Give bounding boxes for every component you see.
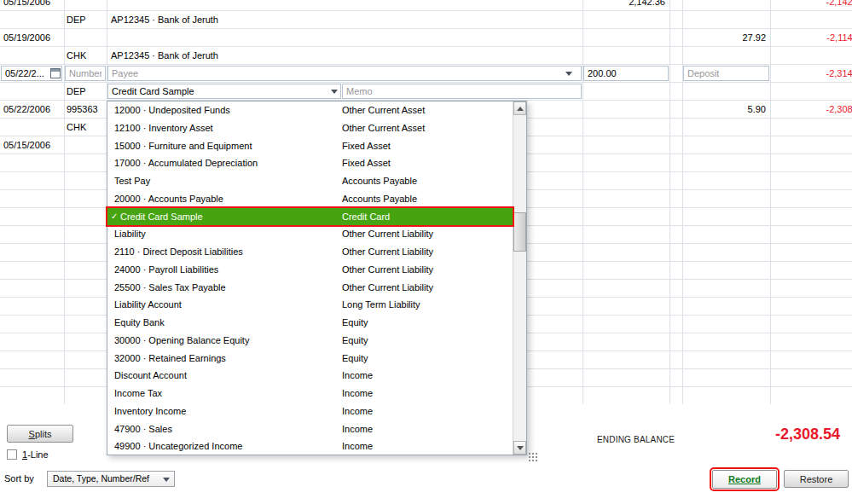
payee-cell bbox=[107, 65, 582, 83]
account-type: Other Current Liability bbox=[342, 261, 433, 279]
dropdown-item[interactable]: 20000 · Accounts Payable Accounts Payabl… bbox=[107, 190, 513, 208]
account-name: Income Tax bbox=[114, 385, 162, 403]
dropdown-item-selected[interactable]: ✓ Credit Card Sample Credit Card bbox=[107, 208, 513, 226]
account-name: 12100 · Inventory Asset bbox=[114, 119, 213, 137]
chevron-down-icon[interactable] bbox=[565, 72, 572, 76]
dropdown-item[interactable]: Liability Account Long Term Liability bbox=[107, 296, 513, 314]
scrollbar[interactable] bbox=[513, 101, 526, 455]
memo-input[interactable] bbox=[342, 84, 582, 99]
account-name: Discount Account bbox=[114, 367, 187, 385]
txn-account: AP12345 · Bank of Jeruth bbox=[107, 47, 582, 65]
one-line-label: 1-Line bbox=[22, 449, 49, 460]
calendar-icon[interactable] bbox=[50, 68, 61, 78]
txn-type: CHK bbox=[64, 47, 107, 65]
dropdown-item[interactable]: Inventory Income Income bbox=[107, 403, 513, 420]
chevron-down-icon[interactable] bbox=[331, 90, 338, 94]
txn-deposit: 27.92 bbox=[682, 29, 770, 47]
account-name: 17000 · Accumulated Depreciation bbox=[114, 154, 258, 172]
account-type: Other Current Liability bbox=[342, 279, 433, 297]
account-name: 49900 · Uncategorized Income bbox=[114, 437, 242, 455]
edit-row-line2: DEP bbox=[0, 83, 852, 101]
txn-type: DEP bbox=[64, 11, 107, 29]
deposit-cell bbox=[682, 65, 770, 83]
dropdown-item[interactable]: 12100 · Inventory Asset Other Current As… bbox=[107, 119, 513, 137]
txn-balance: -2,142.36 bbox=[770, 0, 852, 11]
record-button-label: Record bbox=[728, 474, 761, 484]
account-type: Income bbox=[342, 437, 373, 455]
sort-by-value: Date, Type, Number/Ref bbox=[53, 473, 149, 484]
sort-by-dropdown[interactable]: Date, Type, Number/Ref bbox=[47, 471, 175, 487]
dropdown-item[interactable]: 32000 · Retained Earnings Equity bbox=[107, 350, 513, 368]
txn-type: DEP bbox=[64, 83, 107, 101]
account-name: Liability Account bbox=[114, 296, 182, 314]
dropdown-item[interactable]: 24000 · Payroll Liabilities Other Curren… bbox=[107, 261, 513, 279]
txn-number: 995363 bbox=[64, 101, 107, 119]
account-type: Equity bbox=[342, 314, 368, 332]
account-type: Income bbox=[342, 367, 373, 385]
table-row[interactable]: DEP AP12345 · Bank of Jeruth bbox=[0, 11, 852, 29]
account-type: Other Current Asset bbox=[342, 101, 425, 119]
account-type: Long Term Liability bbox=[342, 296, 420, 314]
one-line-checkbox[interactable] bbox=[7, 449, 17, 460]
account-name: 24000 · Payroll Liabilities bbox=[114, 261, 218, 279]
one-line-option: 1-Line bbox=[7, 449, 49, 461]
account-name: Liability bbox=[114, 225, 146, 243]
account-name: 25500 · Sales Tax Payable bbox=[114, 279, 226, 297]
account-name: Inventory Income bbox=[114, 403, 186, 420]
account-type: Accounts Payable bbox=[342, 190, 417, 208]
payment-input[interactable] bbox=[583, 66, 669, 81]
triangle-down-icon bbox=[517, 446, 524, 450]
restore-button[interactable]: Restore bbox=[784, 470, 849, 488]
scroll-up-button[interactable] bbox=[513, 101, 526, 115]
scrollbar-thumb[interactable] bbox=[513, 212, 526, 252]
chevron-down-icon bbox=[163, 478, 170, 482]
account-name: Equity Bank bbox=[114, 314, 165, 332]
account-type: Equity bbox=[342, 350, 368, 368]
resize-grip-icon[interactable] bbox=[528, 452, 537, 461]
dropdown-item[interactable]: 2110 · Direct Deposit Liabilities Other … bbox=[107, 243, 513, 261]
account-type: Income bbox=[342, 420, 373, 438]
check-icon: ✓ bbox=[111, 208, 118, 226]
splits-button[interactable]: Splits bbox=[7, 425, 73, 443]
record-button[interactable]: Record bbox=[712, 470, 777, 489]
dropdown-item[interactable]: 49900 · Uncategorized Income Income bbox=[107, 437, 513, 455]
dropdown-item[interactable]: 15000 · Furniture and Equipment Fixed As… bbox=[107, 137, 513, 155]
dropdown-item[interactable]: 12000 · Undeposited Funds Other Current … bbox=[107, 101, 513, 119]
txn-payment: 2,142.36 bbox=[582, 0, 669, 11]
ending-balance-value: -2,308.54 bbox=[775, 426, 840, 443]
table-row[interactable]: 05/15/2006 2,142.36 -2,142.36 bbox=[0, 0, 852, 11]
account-input[interactable] bbox=[107, 84, 341, 99]
dropdown-item[interactable]: Test Pay Accounts Payable bbox=[107, 172, 513, 190]
dropdown-item[interactable]: 25500 · Sales Tax Payable Other Current … bbox=[107, 279, 513, 297]
txn-date: 05/22/2006 bbox=[0, 101, 64, 119]
account-type: Other Current Liability bbox=[342, 225, 433, 243]
triangle-up-icon bbox=[517, 107, 524, 111]
scroll-down-button[interactable] bbox=[513, 441, 526, 455]
payee-input[interactable] bbox=[107, 66, 582, 81]
number-input[interactable] bbox=[65, 66, 106, 81]
txn-balance: -2,114.44 bbox=[770, 29, 852, 47]
date-cell bbox=[0, 65, 64, 83]
account-type: Fixed Asset bbox=[342, 137, 391, 155]
dropdown-item[interactable]: Income Tax Income bbox=[107, 385, 513, 403]
txn-date: 05/19/2006 bbox=[0, 29, 64, 47]
dropdown-item[interactable]: Discount Account Income bbox=[107, 367, 513, 385]
dropdown-item[interactable]: Liability Other Current Liability bbox=[107, 225, 513, 243]
dropdown-item[interactable]: 47900 · Sales Income bbox=[107, 420, 513, 438]
dropdown-item[interactable]: 30000 · Opening Balance Equity Equity bbox=[107, 332, 513, 350]
account-name: 15000 · Furniture and Equipment bbox=[114, 137, 252, 155]
account-name: 30000 · Opening Balance Equity bbox=[114, 332, 249, 350]
txn-type: CHK bbox=[64, 119, 107, 136]
account-type: Income bbox=[342, 403, 373, 420]
table-row[interactable]: CHK AP12345 · Bank of Jeruth bbox=[0, 47, 852, 65]
deposit-input[interactable] bbox=[683, 66, 769, 81]
dropdown-item[interactable]: 17000 · Accumulated Depreciation Fixed A… bbox=[107, 154, 513, 172]
account-name: 47900 · Sales bbox=[114, 420, 172, 438]
account-name: 2110 · Direct Deposit Liabilities bbox=[114, 243, 243, 261]
txn-date: 05/15/2006 bbox=[0, 136, 64, 154]
table-row[interactable]: 05/19/2006 27.92 -2,114.44 bbox=[0, 29, 852, 47]
edit-row-line1: -2,314.44 bbox=[0, 65, 852, 83]
account-type: Credit Card bbox=[342, 208, 390, 226]
account-type: Other Current Asset bbox=[342, 119, 425, 137]
dropdown-item[interactable]: Equity Bank Equity bbox=[107, 314, 513, 332]
